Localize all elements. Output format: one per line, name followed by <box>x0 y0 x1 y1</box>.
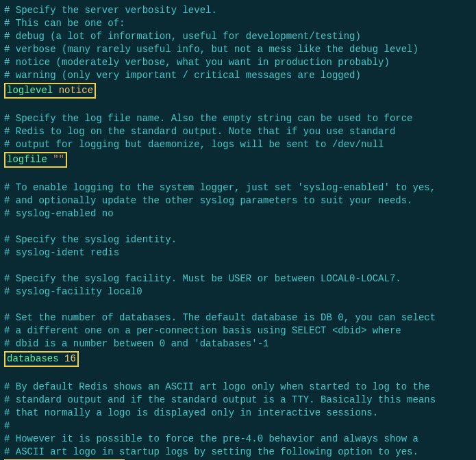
config-line: # output for logging but daemonize, logs… <box>4 138 472 151</box>
config-line: # syslog-ident redis <box>4 246 472 259</box>
config-line <box>4 99 472 112</box>
config-line: # Redis to log on the standard output. N… <box>4 125 472 138</box>
config-line: databases 16 <box>4 350 472 368</box>
comment-text: # that normally a logo is displayed only… <box>4 407 378 418</box>
comment-text: # dbid is a number between 0 and 'databa… <box>4 338 268 349</box>
config-value: 16 <box>64 353 76 364</box>
config-line: # ASCII art logo in startup logs by sett… <box>4 446 472 459</box>
comment-text: # ASCII art logo in startup logs by sett… <box>4 446 418 457</box>
config-line: # and optionally update the other syslog… <box>4 194 472 207</box>
comment-text: # This can be one of: <box>4 18 125 29</box>
comment-text: # syslog-facility local0 <box>4 286 142 297</box>
comment-text: # Specify the syslog facility. Must be U… <box>4 273 401 284</box>
comment-text: # Specify the syslog identity. <box>4 234 177 245</box>
comment-text: # warning (only very important / critica… <box>4 70 361 81</box>
config-line: # warning (only very important / critica… <box>4 69 472 82</box>
config-line: # Specify the server verbosity level. <box>4 4 472 17</box>
config-line: # To enable logging to the system logger… <box>4 181 472 194</box>
config-key: logfile <box>7 154 47 165</box>
config-key: databases <box>7 353 59 364</box>
config-line <box>4 259 472 272</box>
config-line: # Specify the syslog facility. Must be U… <box>4 272 472 285</box>
config-line <box>4 368 472 381</box>
config-line: logfile "" <box>4 151 472 168</box>
comment-text: # By default Redis shows an ASCII art lo… <box>4 381 430 392</box>
config-line: # However it is possible to force the pr… <box>4 433 472 446</box>
config-line <box>4 298 472 311</box>
config-line: # Set the number of databases. The defau… <box>4 311 472 324</box>
comment-text: # Specify the server verbosity level. <box>4 5 217 16</box>
config-line: # <box>4 420 472 433</box>
config-key: loglevel <box>7 85 53 96</box>
config-line <box>4 168 472 181</box>
comment-text: # verbose (many rarely useful info, but … <box>4 44 418 55</box>
comment-text: # notice (moderately verbose, what you w… <box>4 57 390 68</box>
config-line <box>4 220 472 233</box>
config-line: # debug (a lot of information, useful fo… <box>4 30 472 43</box>
config-value: "" <box>53 154 64 165</box>
config-value: notice <box>59 85 93 96</box>
config-line: # syslog-facility local0 <box>4 285 472 298</box>
config-line: # Specify the log file name. Also the em… <box>4 112 472 125</box>
comment-text: # <box>4 420 10 431</box>
config-file-content: # Specify the server verbosity level.# T… <box>4 4 472 460</box>
comment-text: # syslog-enabled no <box>4 208 114 219</box>
config-line: # notice (moderately verbose, what you w… <box>4 56 472 69</box>
comment-text: # Specify the log file name. Also the em… <box>4 113 413 124</box>
config-line: # Specify the syslog identity. <box>4 233 472 246</box>
comment-text: # syslog-ident redis <box>4 247 119 258</box>
highlighted-config: databases 16 <box>4 351 79 367</box>
comment-text: # standard output and if the standard ou… <box>4 394 436 405</box>
comment-text: # Redis to log on the standard output. N… <box>4 126 395 137</box>
comment-text: # and optionally update the other syslog… <box>4 195 413 206</box>
comment-text: # debug (a lot of information, useful fo… <box>4 31 361 42</box>
config-line: # This can be one of: <box>4 17 472 30</box>
config-line: # a different one on a per-connection ba… <box>4 324 472 337</box>
config-line: # syslog-enabled no <box>4 207 472 220</box>
config-line: # standard output and if the standard ou… <box>4 394 472 407</box>
comment-text: # To enable logging to the system logger… <box>4 182 436 193</box>
config-line: # verbose (many rarely useful info, but … <box>4 43 472 56</box>
comment-text: # output for logging but daemonize, logs… <box>4 139 384 150</box>
config-line: loglevel notice <box>4 82 472 99</box>
config-line: # By default Redis shows an ASCII art lo… <box>4 381 472 394</box>
highlighted-config: loglevel notice <box>4 83 96 99</box>
comment-text: # Set the number of databases. The defau… <box>4 312 436 323</box>
highlighted-config: logfile "" <box>4 152 67 168</box>
comment-text: # a different one on a per-connection ba… <box>4 325 401 336</box>
comment-text: # However it is possible to force the pr… <box>4 433 418 444</box>
config-line: # dbid is a number between 0 and 'databa… <box>4 337 472 350</box>
config-line: # that normally a logo is displayed only… <box>4 407 472 420</box>
